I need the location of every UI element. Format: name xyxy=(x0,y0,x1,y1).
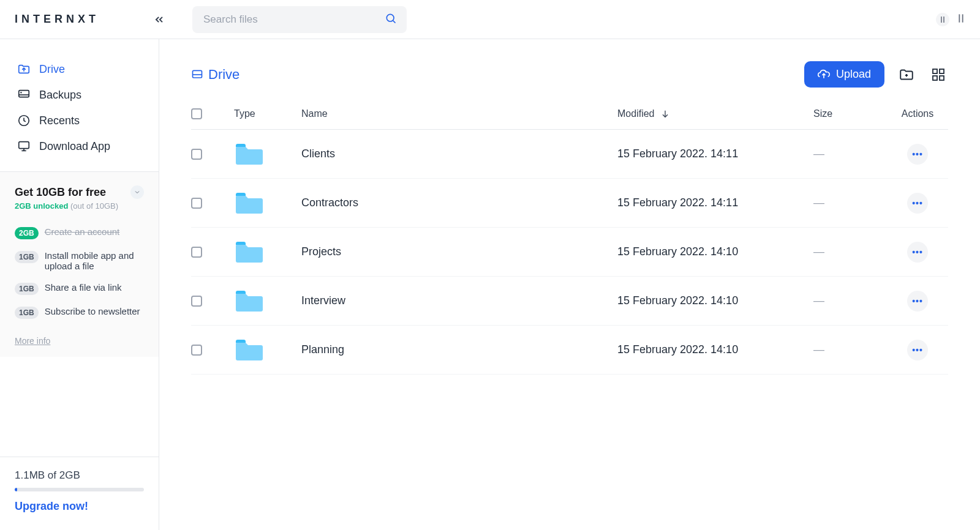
row-name: Projects xyxy=(301,245,617,258)
new-folder-button[interactable] xyxy=(897,65,916,84)
row-size: — xyxy=(813,343,826,356)
monitor-icon xyxy=(17,140,31,153)
folder-icon xyxy=(234,191,265,215)
topbar: INTERNXT xyxy=(0,0,980,39)
sidebar-item-backups[interactable]: Backups xyxy=(15,82,144,108)
row-modified: 15 February 2022. 14:11 xyxy=(617,147,813,160)
row-checkbox[interactable] xyxy=(191,296,202,307)
column-actions: Actions xyxy=(887,108,948,119)
promo-panel: Get 10GB for free 2GB unlocked (out of 1… xyxy=(0,171,159,357)
promo-task[interactable]: 1GBInstall mobile app and upload a file xyxy=(15,250,144,271)
table-row[interactable]: Projects15 February 2022. 14:10—••• xyxy=(191,228,948,277)
row-actions-button[interactable]: ••• xyxy=(907,144,928,165)
svg-rect-21 xyxy=(933,76,937,80)
row-modified: 15 February 2022. 14:10 xyxy=(617,245,813,258)
row-name: Contractors xyxy=(301,196,617,209)
sidebar-item-download-app[interactable]: Download App xyxy=(15,133,144,159)
sidebar-nav: Drive Backups Recents Download App xyxy=(0,39,159,171)
row-modified: 15 February 2022. 14:11 xyxy=(617,196,813,209)
promo-subtitle: 2GB unlocked (out of 10GB) xyxy=(15,201,144,211)
collapse-sidebar-button[interactable] xyxy=(151,11,168,28)
row-size: — xyxy=(813,294,826,307)
column-name[interactable]: Name xyxy=(301,108,617,119)
svg-rect-20 xyxy=(940,69,944,73)
drive-breadcrumb-icon xyxy=(191,69,203,81)
row-modified: 15 February 2022. 14:10 xyxy=(617,343,813,356)
folder-plus-icon xyxy=(899,67,914,83)
svg-rect-19 xyxy=(933,69,937,73)
table-row[interactable]: Planning15 February 2022. 14:10—••• xyxy=(191,326,948,375)
task-text: Create an account xyxy=(45,226,120,237)
sidebar-item-label: Backups xyxy=(39,89,81,102)
row-checkbox[interactable] xyxy=(191,247,202,258)
more-info-link[interactable]: More info xyxy=(15,336,144,346)
sidebar: Drive Backups Recents Download App xyxy=(0,39,159,530)
sidebar-item-label: Recents xyxy=(39,114,80,127)
row-actions-button[interactable]: ••• xyxy=(907,340,928,360)
storage-bar xyxy=(15,488,144,491)
sidebar-item-recents[interactable]: Recents xyxy=(15,108,144,133)
column-size[interactable]: Size xyxy=(813,108,887,119)
row-checkbox[interactable] xyxy=(191,149,202,160)
task-text: Install mobile app and upload a file xyxy=(45,250,144,271)
svg-point-0 xyxy=(386,14,394,21)
task-badge: 1GB xyxy=(15,307,39,319)
backups-icon xyxy=(17,88,31,102)
table-row[interactable]: Interview15 February 2022. 14:10—••• xyxy=(191,277,948,326)
search-icon[interactable] xyxy=(385,12,397,27)
promo-title: Get 10GB for free xyxy=(15,186,106,199)
svg-line-1 xyxy=(393,20,396,23)
row-size: — xyxy=(813,196,826,209)
svg-rect-22 xyxy=(940,76,944,80)
upgrade-link[interactable]: Upgrade now! xyxy=(15,500,144,513)
activity-icon[interactable] xyxy=(936,13,949,26)
promo-tasks: 2GBCreate an account1GBInstall mobile ap… xyxy=(15,226,144,319)
row-checkbox[interactable] xyxy=(191,198,202,209)
chevron-down-icon xyxy=(134,188,141,196)
chevron-double-left-icon xyxy=(153,13,165,26)
search-wrap xyxy=(192,6,407,33)
folder-icon xyxy=(234,240,265,264)
column-type[interactable]: Type xyxy=(234,108,301,119)
brand-logo: INTERNXT xyxy=(15,13,99,26)
main-content: Drive Upload Type Name xyxy=(159,39,980,530)
select-all-checkbox[interactable] xyxy=(191,108,202,119)
task-text: Subscribe to newsletter xyxy=(45,306,140,316)
menu-icon[interactable] xyxy=(957,13,965,26)
sidebar-item-drive[interactable]: Drive xyxy=(15,56,144,82)
column-modified[interactable]: Modified xyxy=(617,108,813,119)
promo-task[interactable]: 2GBCreate an account xyxy=(15,226,144,239)
table-header: Type Name Modified Size Actions xyxy=(191,108,948,130)
upload-button[interactable]: Upload xyxy=(804,61,884,88)
table-row[interactable]: Clients15 February 2022. 14:11—••• xyxy=(191,130,948,179)
upload-icon xyxy=(818,69,830,81)
breadcrumb[interactable]: Drive xyxy=(191,67,239,83)
promo-collapse-button[interactable] xyxy=(130,185,144,199)
grid-icon xyxy=(931,67,946,82)
folder-icon xyxy=(234,289,265,313)
svg-rect-7 xyxy=(19,91,29,97)
row-size: — xyxy=(813,245,826,258)
task-badge: 1GB xyxy=(15,251,39,263)
row-actions-button[interactable]: ••• xyxy=(907,193,928,214)
sidebar-item-label: Download App xyxy=(39,140,110,153)
storage-usage-text: 1.1MB of 2GB xyxy=(15,469,144,482)
row-name: Clients xyxy=(301,147,617,160)
file-table: Type Name Modified Size Actions Clients1… xyxy=(191,108,948,375)
row-actions-button[interactable]: ••• xyxy=(907,242,928,263)
topbar-right xyxy=(936,13,965,26)
row-name: Interview xyxy=(301,294,617,307)
task-badge: 2GB xyxy=(15,227,39,239)
row-modified: 15 February 2022. 14:10 xyxy=(617,294,813,307)
row-checkbox[interactable] xyxy=(191,345,202,356)
task-badge: 1GB xyxy=(15,283,39,295)
task-text: Share a file via link xyxy=(45,282,122,293)
sort-desc-icon xyxy=(660,109,670,119)
search-input[interactable] xyxy=(192,6,407,33)
grid-view-button[interactable] xyxy=(929,65,948,84)
promo-task[interactable]: 1GBShare a file via link xyxy=(15,282,144,295)
row-actions-button[interactable]: ••• xyxy=(907,291,928,312)
promo-task[interactable]: 1GBSubscribe to newsletter xyxy=(15,306,144,319)
table-row[interactable]: Contractors15 February 2022. 14:11—••• xyxy=(191,179,948,228)
sidebar-item-label: Drive xyxy=(39,63,65,76)
